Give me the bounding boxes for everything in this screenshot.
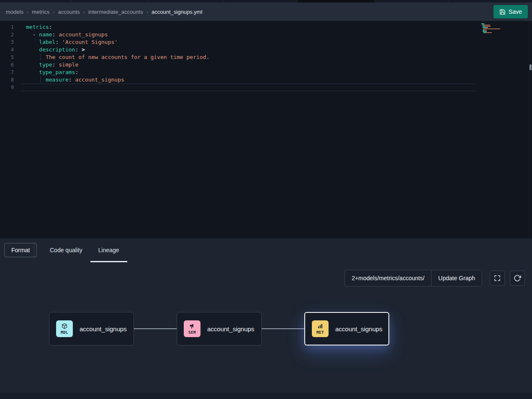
chevron-right-icon: › (83, 9, 85, 15)
line-number: 1 (0, 23, 21, 31)
node-type-label: SEM (188, 330, 196, 335)
line-number: 8 (0, 76, 21, 84)
breadcrumb-bar: models›metrics›accounts›intermediate_acc… (0, 3, 532, 21)
line-number: 3 (0, 38, 21, 46)
fullscreen-icon (493, 274, 501, 282)
code-line-current[interactable] (21, 84, 475, 91)
lineage-edge (134, 328, 177, 329)
ide-screen: models›metrics›accounts›intermediate_acc… (0, 0, 532, 399)
code-line[interactable]: - name: account_signups (21, 31, 503, 38)
node-label: account_signups (80, 325, 127, 332)
chevron-right-icon: › (27, 9, 28, 15)
megaphone-icon (189, 323, 195, 330)
node-type-badge: MET (312, 320, 329, 337)
code-line[interactable]: description: > (21, 46, 503, 54)
bottom-panel: Format Code qualityLineage MDL account_s… (0, 238, 532, 399)
line-number: 6 (0, 61, 21, 69)
bottom-strip (0, 393, 532, 399)
line-number: 2 (0, 31, 21, 38)
fullscreen-button[interactable] (490, 271, 505, 286)
breadcrumb-item[interactable]: intermediate_accounts (88, 9, 143, 15)
line-number: 7 (0, 69, 21, 76)
save-icon (499, 9, 506, 15)
code-editor[interactable]: 123456789 metrics: - name: account_signu… (0, 21, 532, 238)
lineage-toolbar: 2+models/metrics/accounts/ Update Graph (344, 270, 525, 286)
code-line[interactable]: type: simple (21, 61, 503, 69)
lineage-selector-group: 2+models/metrics/accounts/ Update Graph (344, 270, 482, 286)
breadcrumb: models›metrics›accounts›intermediate_acc… (6, 9, 493, 15)
code-line[interactable]: │ measure: account_signups (21, 76, 503, 84)
code-line[interactable]: type_params: (21, 69, 503, 76)
refresh-button[interactable] (510, 271, 525, 286)
line-number-gutter: 123456789 (0, 21, 21, 91)
line-number: 9 (0, 84, 21, 91)
minimap[interactable] (481, 23, 507, 35)
code-line[interactable]: │ The count of new accounts for a given … (21, 54, 503, 61)
scrollbar-thumb[interactable] (529, 64, 532, 70)
cube-icon (61, 323, 68, 330)
line-number: 4 (0, 46, 21, 54)
lineage-node[interactable]: MET account_signups (304, 312, 389, 345)
breadcrumb-item[interactable]: account_signups.yml (152, 9, 202, 15)
chevron-right-icon: › (146, 9, 148, 15)
save-button[interactable]: Save (493, 5, 528, 18)
breadcrumb-item[interactable]: metrics (32, 9, 49, 15)
breadcrumb-item[interactable]: accounts (58, 9, 80, 15)
node-type-label: MDL (61, 330, 68, 335)
line-number: 5 (0, 54, 21, 61)
code-content[interactable]: metrics: - name: account_signups label: … (21, 21, 503, 91)
node-type-label: MET (316, 330, 324, 335)
code-line[interactable]: metrics: (21, 23, 503, 31)
save-button-label: Save (509, 8, 522, 15)
refresh-icon (514, 274, 521, 282)
update-graph-button[interactable]: Update Graph (431, 270, 482, 286)
node-type-badge: MDL (56, 320, 73, 337)
lineage-node[interactable]: SEM account_signups (177, 312, 262, 345)
code-line[interactable]: label: 'Account Signups' (21, 38, 503, 46)
editor-scrollbar[interactable] (529, 21, 532, 238)
node-label: account_signups (335, 325, 383, 332)
breadcrumb-item[interactable]: models (6, 9, 23, 15)
lineage-graph[interactable]: MDL account_signups SEM account_signups … (0, 238, 532, 399)
lineage-node[interactable]: MDL account_signups (49, 312, 134, 345)
lineage-selector-input[interactable]: 2+models/metrics/accounts/ (345, 270, 431, 286)
bar-chart-icon (317, 323, 324, 330)
node-label: account_signups (207, 325, 254, 332)
lineage-edge (262, 328, 304, 329)
node-type-badge: SEM (184, 320, 200, 337)
chevron-right-icon: › (53, 9, 54, 15)
